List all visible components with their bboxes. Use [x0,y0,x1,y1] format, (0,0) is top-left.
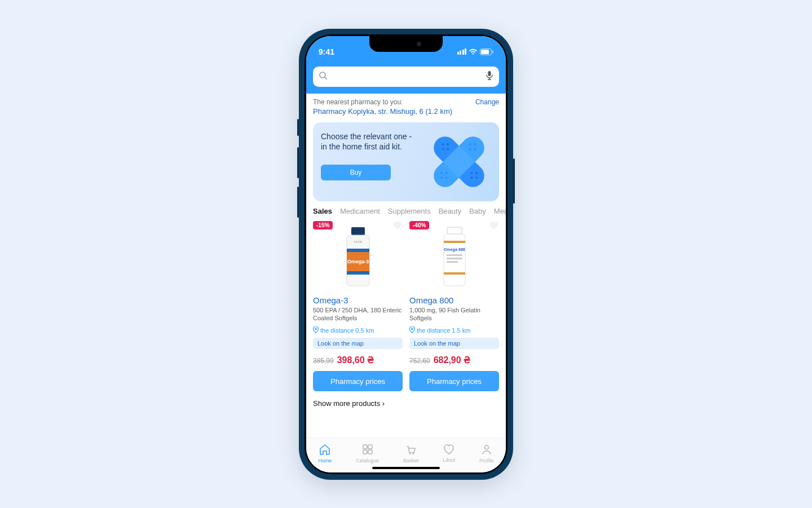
nearest-address[interactable]: Pharmacy Kopiyka, str. Mishugi, 6 (1.2 k… [313,107,499,116]
tabbar-label: Profile [479,458,494,463]
search-box[interactable] [313,67,499,87]
tab-baby[interactable]: Baby [469,207,486,215]
category-tabs: Sales Medicament Supplements Beauty Baby… [306,207,506,215]
search-input[interactable] [332,72,481,81]
svg-text:Omega-3: Omega-3 [347,259,369,264]
pharmacy-prices-button[interactable]: Pharmacy prices [409,371,499,391]
search-header [306,62,506,94]
svg-rect-30 [347,249,369,252]
svg-point-43 [412,328,413,330]
svg-rect-37 [444,241,465,243]
heart-icon[interactable] [392,221,403,232]
product-title: Omega-3 [313,295,403,305]
svg-text:Omega 800: Omega 800 [444,248,465,252]
discount-badge: -40% [409,221,429,229]
svg-rect-40 [447,254,462,256]
change-pharmacy-link[interactable]: Change [475,98,499,106]
svg-rect-2 [492,50,493,53]
bandaid-icon [422,128,496,196]
tabbar-liked[interactable]: Liked [443,444,455,463]
profile-icon [480,443,493,457]
tabbar-label: Liked [443,457,456,463]
heart-outline-icon [443,444,455,456]
wifi-icon [469,48,478,55]
old-price: 752,60 [409,357,430,365]
show-more-products-link[interactable]: Show more products › [306,391,506,408]
svg-rect-35 [447,227,462,234]
look-on-map-chip[interactable]: Look on the map [409,338,499,349]
svg-rect-46 [363,450,367,454]
svg-point-34 [315,328,317,330]
product-distance: the distance 0,5 km [313,326,403,334]
old-price: 385,99 [313,357,334,365]
tab-medica[interactable]: Medica [494,207,506,215]
location-icon [409,326,415,334]
look-on-map-chip[interactable]: Look on the map [313,338,403,349]
tabbar-label: Home [318,458,332,463]
pharmacy-prices-button[interactable]: Pharmacy prices [313,371,403,391]
svg-line-4 [325,77,327,79]
product-title: Omega 800 [409,295,499,305]
svg-point-50 [484,445,488,449]
search-icon [319,71,328,82]
new-price: 398,60 ₴ [337,355,374,365]
battery-icon [480,48,493,55]
svg-rect-31 [347,271,369,275]
promo-banner[interactable]: Choose the relevant one - in the home fi… [313,122,499,201]
nearest-label: The nearest pharmacy to you: [313,98,403,106]
product-description: 1,000 mg, 90 Fish Gelatin Softgels [409,306,499,323]
phone-frame: 9:41 [299,29,513,480]
svg-rect-5 [488,71,491,76]
svg-rect-27 [351,227,365,235]
home-indicator[interactable] [372,467,440,469]
svg-rect-42 [447,261,458,263]
svg-rect-1 [481,50,489,54]
home-icon [319,443,331,457]
banner-title: Choose the relevant one - in the home fi… [321,131,422,153]
price-row: 752,60 682,90 ₴ [409,355,499,365]
location-icon [313,326,319,334]
svg-rect-47 [368,450,372,454]
product-card[interactable]: -40% Omega 800 [409,221,499,392]
product-distance: the distance 1.5 km [409,326,499,334]
svg-text:NOW: NOW [354,240,362,244]
svg-rect-41 [447,258,462,259]
tabbar-basket[interactable]: Basket [403,443,419,463]
heart-icon[interactable] [489,221,499,232]
tabbar-home[interactable]: Home [318,443,332,463]
tabbar-profile[interactable]: Profile [479,443,494,463]
svg-rect-45 [368,445,372,449]
svg-point-48 [409,453,411,455]
tabbar-catalogue[interactable]: Catalogue [356,443,379,463]
tab-supplements[interactable]: Supplements [388,207,431,215]
svg-rect-44 [363,445,367,449]
product-image: Omega 800 [409,223,499,291]
tabbar-label: Basket [403,458,419,463]
nearest-pharmacy-block: The nearest pharmacy to you: Change Phar… [306,94,506,119]
status-time: 9:41 [319,47,334,56]
cellular-icon [457,48,467,55]
phone-notch [369,36,443,52]
catalogue-icon [361,443,374,457]
tab-medicament[interactable]: Medicament [340,207,380,215]
price-row: 385,99 398,60 ₴ [313,355,403,365]
new-price: 682,90 ₴ [434,355,470,365]
product-card[interactable]: -15% Omega-3 N [313,221,403,392]
tab-beauty[interactable]: Beauty [439,207,461,215]
banner-buy-button[interactable]: Buy [321,165,391,180]
product-image: Omega-3 NOW [313,223,403,291]
svg-point-49 [412,453,414,455]
tab-sales[interactable]: Sales [313,207,332,215]
basket-icon [405,443,417,457]
microphone-icon[interactable] [486,70,493,83]
tabbar-label: Catalogue [356,458,379,463]
product-grid: -15% Omega-3 N [306,215,506,392]
svg-rect-38 [444,272,465,275]
content-scroll[interactable]: The nearest pharmacy to you: Change Phar… [306,94,506,438]
discount-badge: -15% [313,221,333,229]
product-description: 500 EPA / 250 DHA, 180 Enteric Coated So… [313,306,403,323]
